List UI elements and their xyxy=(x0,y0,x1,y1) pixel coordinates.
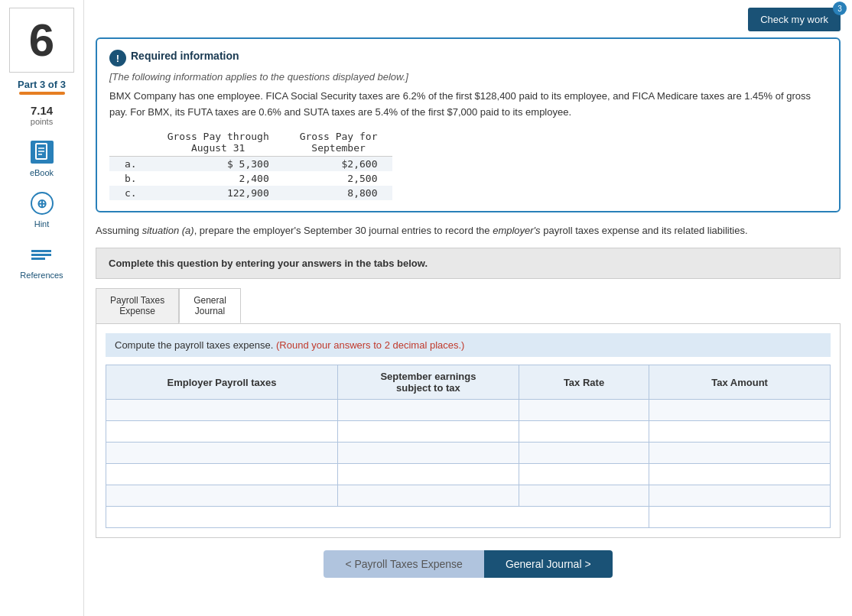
hint-label: Hint xyxy=(34,219,50,229)
employer-input-3[interactable] xyxy=(111,448,333,459)
info-box: ! Required information [The following in… xyxy=(96,37,841,212)
employer-cell[interactable] xyxy=(106,443,338,464)
row-aug-val: 2,400 xyxy=(152,171,285,186)
tab-content: Compute the payroll taxes expense. (Roun… xyxy=(96,323,841,538)
amount-input-3[interactable] xyxy=(654,448,825,459)
instruction-text: Assuming situation (a), prepare the empl… xyxy=(96,223,841,239)
employer-input-2[interactable] xyxy=(111,426,333,437)
row-aug-val: $ 5,300 xyxy=(152,156,285,171)
sept-input-3[interactable] xyxy=(343,448,514,459)
employer-cell[interactable] xyxy=(106,421,338,443)
points-label: points xyxy=(31,117,53,126)
employer-input-1[interactable] xyxy=(111,405,333,416)
hint-icon: ⊕ xyxy=(28,190,56,217)
question-number: 6 xyxy=(9,8,74,73)
col-rate-header: Tax Rate xyxy=(519,365,649,400)
sidebar-item-hint[interactable]: ⊕ Hint xyxy=(28,190,56,229)
table-row xyxy=(106,443,831,464)
sept-cell[interactable] xyxy=(338,485,519,507)
sept-cell[interactable] xyxy=(338,443,519,464)
amount-input-1[interactable] xyxy=(654,405,825,416)
amount-cell[interactable] xyxy=(649,443,831,464)
table-row xyxy=(106,464,831,485)
tab-general-journal[interactable]: GeneralJournal xyxy=(179,288,241,323)
sept-input-1[interactable] xyxy=(343,405,514,416)
total-amount-input[interactable] xyxy=(654,512,825,523)
ebook-icon xyxy=(28,138,56,166)
part-label: Part 3 of 3 xyxy=(18,79,66,90)
sept-input-2[interactable] xyxy=(343,426,514,437)
amount-input-2[interactable] xyxy=(654,426,825,437)
amount-cell[interactable] xyxy=(649,421,831,443)
row-sep-val: 2,500 xyxy=(285,171,393,186)
total-amount-cell[interactable] xyxy=(649,507,831,528)
amount-input-5[interactable] xyxy=(654,491,825,501)
sidebar-item-references[interactable]: References xyxy=(20,241,63,280)
row-letter: a. xyxy=(109,156,152,171)
amount-input-4[interactable] xyxy=(654,469,825,480)
check-my-work-button[interactable]: Check my work 3 xyxy=(748,8,841,31)
employer-input-4[interactable] xyxy=(111,469,333,480)
row-letter: b. xyxy=(109,171,152,186)
table-row: a. $ 5,300 $2,600 xyxy=(109,156,392,171)
sept-input-4[interactable] xyxy=(343,469,514,480)
employer-cell[interactable] xyxy=(106,464,338,485)
total-row xyxy=(106,507,831,528)
complete-box: Complete this question by entering your … xyxy=(96,248,841,279)
points-value: 7.14 xyxy=(31,104,53,117)
references-icon xyxy=(28,241,55,268)
tab-payroll-taxes-expense[interactable]: Payroll TaxesExpense xyxy=(96,288,179,323)
employer-cell[interactable] xyxy=(106,485,338,507)
col-aug-header: Gross Pay throughAugust 31 xyxy=(152,128,285,157)
employer-cell[interactable] xyxy=(106,400,338,421)
row-sep-val: 8,800 xyxy=(285,186,393,200)
rate-cell[interactable] xyxy=(519,400,649,421)
amount-cell[interactable] xyxy=(649,485,831,507)
sept-input-5[interactable] xyxy=(343,491,514,501)
rate-cell[interactable] xyxy=(519,443,649,464)
rate-input-2[interactable] xyxy=(524,426,644,437)
row-sep-val: $2,600 xyxy=(285,156,393,171)
rate-cell[interactable] xyxy=(519,485,649,507)
rate-input-1[interactable] xyxy=(524,405,644,416)
round-note: (Round your answers to 2 decimal places.… xyxy=(276,339,464,351)
sept-cell[interactable] xyxy=(338,464,519,485)
employer-input-5[interactable] xyxy=(111,491,333,501)
col-employer-header: Employer Payroll taxes xyxy=(106,365,338,400)
prev-button[interactable]: < Payroll Taxes Expense xyxy=(324,550,483,578)
col-amount-header: Tax Amount xyxy=(649,365,831,400)
sept-cell[interactable] xyxy=(338,400,519,421)
sept-cell[interactable] xyxy=(338,421,519,443)
main-content: Check my work 3 ! Required information [… xyxy=(84,0,852,616)
next-button[interactable]: General Journal > xyxy=(484,550,613,578)
rate-input-5[interactable] xyxy=(524,491,644,501)
rate-input-3[interactable] xyxy=(524,448,644,459)
info-body-text: BMX Company has one employee. FICA Socia… xyxy=(109,89,827,121)
tabs-container: Payroll TaxesExpense GeneralJournal xyxy=(96,288,841,323)
amount-cell[interactable] xyxy=(649,400,831,421)
references-label: References xyxy=(20,271,63,280)
payroll-instruction: Compute the payroll taxes expense. xyxy=(115,339,273,351)
payroll-table: Employer Payroll taxes September earning… xyxy=(106,365,831,528)
table-row xyxy=(106,400,831,421)
sidebar-item-ebook[interactable]: eBook xyxy=(28,138,56,177)
col-sept-header: September earningssubject to tax xyxy=(338,365,519,400)
rate-input-4[interactable] xyxy=(524,469,644,480)
table-row xyxy=(106,421,831,443)
amount-cell[interactable] xyxy=(649,464,831,485)
row-aug-val: 122,900 xyxy=(152,186,285,200)
rate-cell[interactable] xyxy=(519,421,649,443)
info-table: Gross Pay throughAugust 31 Gross Pay for… xyxy=(109,128,392,200)
sidebar: 6 Part 3 of 3 7.14 points eBook ⊕ xyxy=(0,0,84,616)
info-icon: ! xyxy=(109,50,126,66)
col-sep-header: Gross Pay forSeptember xyxy=(285,128,393,157)
table-row: b. 2,400 2,500 xyxy=(109,171,392,186)
top-bar: Check my work 3 xyxy=(96,8,841,31)
blue-info-bar: Compute the payroll taxes expense. (Roun… xyxy=(106,333,831,357)
rate-cell[interactable] xyxy=(519,464,649,485)
row-letter: c. xyxy=(109,186,152,200)
table-row xyxy=(106,485,831,507)
info-italic-text: [The following information applies to th… xyxy=(109,71,827,83)
bottom-nav: < Payroll Taxes Expense General Journal … xyxy=(96,550,841,578)
table-row: c. 122,900 8,800 xyxy=(109,186,392,200)
